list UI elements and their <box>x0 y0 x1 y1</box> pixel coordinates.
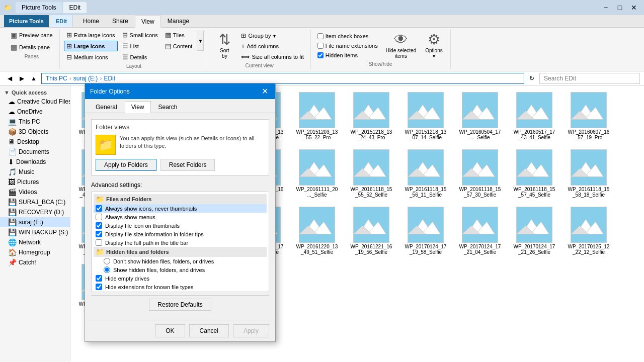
settings-list[interactable]: 📁 Files and Folders Always show icons, n… <box>91 192 269 292</box>
hide-extensions-item[interactable]: Hide extensions for known file types <box>94 283 267 291</box>
dialog-close-button[interactable]: ✕ <box>260 86 270 96</box>
always-show-menus-checkbox[interactable] <box>96 214 102 220</box>
always-show-icons-item[interactable]: Always show icons, never thumbnails <box>94 204 267 213</box>
dialog-tab-search[interactable]: Search <box>152 101 184 113</box>
folder-icon: 📁 <box>96 135 116 155</box>
dialog-footer: OK Cancel Apply <box>85 320 275 341</box>
hidden-files-icon: 📁 <box>96 248 104 256</box>
files-and-folders-header: 📁 Files and Folders <box>94 194 267 204</box>
restore-defaults-container: Restore Defaults <box>91 295 269 314</box>
advanced-section-label: Advanced settings: <box>91 182 269 189</box>
dialog-titlebar: Folder Options ✕ <box>85 83 275 99</box>
display-full-path-checkbox[interactable] <box>96 239 102 246</box>
hide-folder-merge-item[interactable]: Hide folder merge conflicts <box>94 291 267 292</box>
dialog-tabs: General View Search <box>85 99 275 113</box>
apply-button[interactable]: Apply <box>233 324 269 337</box>
display-file-icon-checkbox[interactable] <box>96 222 102 229</box>
hide-empty-drives-checkbox[interactable] <box>96 275 102 282</box>
show-hidden-radio[interactable] <box>104 266 110 273</box>
dialog-overlay: Folder Options ✕ General View Search Fol… <box>0 0 644 362</box>
display-file-size-item[interactable]: Display file size information in folder … <box>94 230 267 238</box>
folder-views-section: Folder views 📁 You can apply this view (… <box>91 119 269 175</box>
folder-header-icon: 📁 <box>96 195 104 203</box>
folder-views-title: Folder views <box>96 124 265 131</box>
always-show-icons-checkbox[interactable] <box>96 205 102 212</box>
dialog-body: Folder views 📁 You can apply this view (… <box>85 113 275 320</box>
dialog-title: Folder Options <box>90 88 130 95</box>
folder-options-dialog: Folder Options ✕ General View Search Fol… <box>85 83 276 342</box>
show-hidden-item[interactable]: Show hidden files, folders, and drives <box>94 265 267 274</box>
folder-views-buttons: Apply to Folders Reset Folders <box>96 159 265 171</box>
always-show-menus-item[interactable]: Always show menus <box>94 213 267 221</box>
dont-show-hidden-item[interactable]: Don't show hidden files, folders, or dri… <box>94 257 267 265</box>
reset-folders-button[interactable]: Reset Folders <box>160 159 215 171</box>
hide-extensions-checkbox[interactable] <box>96 284 102 290</box>
cancel-button[interactable]: Cancel <box>189 324 229 337</box>
restore-defaults-button[interactable]: Restore Defaults <box>149 299 211 311</box>
display-file-size-checkbox[interactable] <box>96 231 102 237</box>
display-full-path-item[interactable]: Display the full path in the title bar <box>94 238 267 247</box>
hidden-files-header: 📁 Hidden files and folders <box>94 247 267 257</box>
ok-button[interactable]: OK <box>155 324 185 337</box>
folder-views-description: You can apply this view (such as Details… <box>120 135 265 150</box>
folder-views-inner: 📁 You can apply this view (such as Detai… <box>96 135 265 155</box>
hide-empty-drives-item[interactable]: Hide empty drives <box>94 274 267 283</box>
display-file-icon-item[interactable]: Display file icon on thumbnails <box>94 221 267 230</box>
dont-show-hidden-radio[interactable] <box>104 258 110 264</box>
dialog-tab-general[interactable]: General <box>89 101 124 113</box>
apply-to-folders-button[interactable]: Apply to Folders <box>96 159 156 171</box>
folder-icon-img: 📁 <box>98 138 113 152</box>
dialog-tab-view[interactable]: View <box>125 101 151 113</box>
